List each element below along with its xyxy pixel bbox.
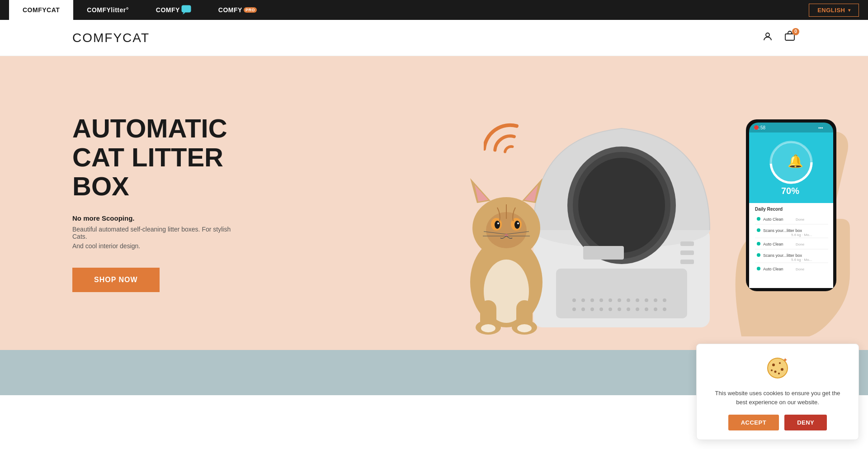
svg-point-8 — [578, 158, 665, 253]
svg-text:Daily Record: Daily Record — [755, 207, 783, 212]
svg-text:Done: Done — [796, 217, 805, 222]
svg-point-18 — [645, 298, 648, 302]
logo-text: COMFYCAT — [72, 31, 150, 45]
svg-marker-1 — [183, 12, 185, 14]
svg-point-30 — [654, 307, 657, 311]
nav-label-comfypet: COMFY — [156, 6, 180, 14]
svg-text:Done: Done — [796, 267, 805, 271]
svg-point-59 — [481, 324, 495, 332]
nav-label-comfylitter: COMFYlitter° — [87, 6, 129, 14]
svg-text:Done: Done — [796, 242, 805, 246]
svg-rect-33 — [680, 250, 694, 255]
svg-point-78 — [757, 228, 760, 232]
cat-svg — [452, 151, 561, 341]
svg-point-22 — [581, 307, 585, 311]
svg-point-19 — [654, 298, 657, 302]
svg-text:Scans your...litter box: Scans your...litter box — [763, 228, 802, 233]
nav-item-comfypro[interactable]: COMFY PRO — [205, 0, 270, 20]
svg-point-31 — [663, 307, 666, 311]
cat-product-image — [452, 151, 561, 341]
site-logo[interactable]: COMFYCAT — [72, 31, 762, 45]
svg-point-46 — [495, 221, 500, 229]
svg-text:·: · — [769, 360, 770, 365]
cart-icon[interactable]: 0 — [784, 31, 796, 45]
svg-point-16 — [627, 298, 630, 302]
svg-text:🔔: 🔔 — [788, 154, 803, 169]
hero-subtitle: No more Scooping. — [72, 214, 244, 222]
svg-point-47 — [514, 221, 520, 229]
nav-label-comfycat: COMFYCAT — [23, 6, 60, 14]
svg-point-96 — [781, 368, 783, 371]
header-icons: 0 — [762, 31, 796, 45]
shop-now-button[interactable]: SHOP NOW — [72, 268, 160, 292]
svg-point-23 — [590, 307, 594, 311]
svg-rect-32 — [680, 241, 694, 246]
svg-point-14 — [609, 298, 612, 302]
top-nav-right: ENGLISH ▾ — [809, 4, 859, 17]
chat-icon — [181, 5, 191, 15]
svg-point-17 — [636, 298, 639, 302]
hero-description-1: Beautiful automated self-cleaning litter… — [72, 226, 244, 240]
svg-point-11 — [581, 298, 585, 302]
svg-point-13 — [599, 298, 603, 302]
user-account-icon[interactable] — [762, 31, 773, 45]
language-selector[interactable]: ENGLISH ▾ — [809, 4, 859, 17]
svg-text:5.6 kg · Mo...: 5.6 kg · Mo... — [791, 233, 812, 237]
svg-text:Auto Clean: Auto Clean — [763, 242, 783, 246]
cart-item-count: 0 — [792, 28, 799, 35]
svg-point-86 — [757, 253, 760, 257]
svg-text:Auto Clean: Auto Clean — [763, 267, 783, 271]
svg-point-94 — [772, 364, 775, 366]
svg-point-66 — [754, 125, 759, 130]
svg-point-15 — [618, 298, 621, 302]
hand-phone-svg: 11:58 ▪▪▪ 🔔 70% Daily Record Auto Clean … — [705, 92, 859, 336]
cookie-svg-icon: ✦ · — [766, 357, 789, 379]
svg-point-98 — [778, 373, 780, 374]
svg-rect-35 — [583, 246, 624, 260]
svg-text:✦: ✦ — [783, 357, 788, 364]
svg-text:5.6 kg · Mo...: 5.6 kg · Mo... — [791, 258, 812, 262]
svg-point-99 — [771, 369, 773, 371]
svg-point-26 — [618, 307, 621, 311]
svg-point-82 — [757, 242, 760, 246]
svg-text:Auto Clean: Auto Clean — [763, 217, 783, 222]
svg-point-21 — [572, 307, 576, 311]
pro-badge: PRO — [244, 7, 257, 13]
nav-label-comfypro: COMFY — [218, 6, 242, 14]
svg-text:70%: 70% — [781, 186, 799, 196]
main-header: COMFYCAT 0 — [0, 20, 868, 56]
nav-item-comfycat[interactable]: COMFYCAT — [9, 0, 73, 20]
svg-point-74 — [757, 217, 760, 221]
person-icon — [762, 31, 773, 42]
top-navigation: COMFYCAT COMFYlitter° COMFY COMFY PRO EN… — [0, 0, 868, 20]
phone-in-hand-image: 11:58 ▪▪▪ 🔔 70% Daily Record Auto Clean … — [705, 92, 859, 336]
svg-text:▪▪▪: ▪▪▪ — [818, 125, 823, 130]
hero-title: AUTOMATIC CAT LITTER BOX — [72, 114, 244, 200]
svg-point-2 — [766, 33, 769, 37]
svg-rect-9 — [556, 269, 687, 318]
svg-point-27 — [627, 307, 630, 311]
svg-point-60 — [517, 324, 532, 332]
svg-point-95 — [779, 362, 781, 364]
hero-description-2: And cool interior design. — [72, 242, 244, 250]
svg-rect-34 — [680, 260, 694, 264]
cookie-message: This website uses cookies to ensure you … — [709, 389, 846, 395]
svg-point-28 — [636, 307, 639, 311]
svg-text:Scans your...litter box: Scans your...litter box — [763, 253, 802, 258]
chevron-down-icon: ▾ — [848, 8, 851, 13]
nav-item-comfylitter[interactable]: COMFYlitter° — [73, 0, 142, 20]
language-label: ENGLISH — [817, 7, 845, 14]
hero-section: AUTOMATIC CAT LITTER BOX No more Scoopin… — [0, 56, 868, 350]
svg-point-48 — [497, 222, 499, 224]
svg-point-97 — [774, 371, 777, 373]
svg-point-90 — [757, 267, 760, 270]
svg-rect-3 — [785, 34, 794, 40]
svg-point-10 — [572, 298, 576, 302]
svg-point-29 — [645, 307, 648, 311]
hero-content: AUTOMATIC CAT LITTER BOX No more Scoopin… — [0, 87, 316, 319]
nav-item-comfypet[interactable]: COMFY — [142, 0, 205, 20]
svg-point-12 — [590, 298, 594, 302]
svg-rect-0 — [182, 5, 191, 12]
svg-point-49 — [517, 222, 519, 224]
svg-rect-72 — [749, 203, 833, 288]
